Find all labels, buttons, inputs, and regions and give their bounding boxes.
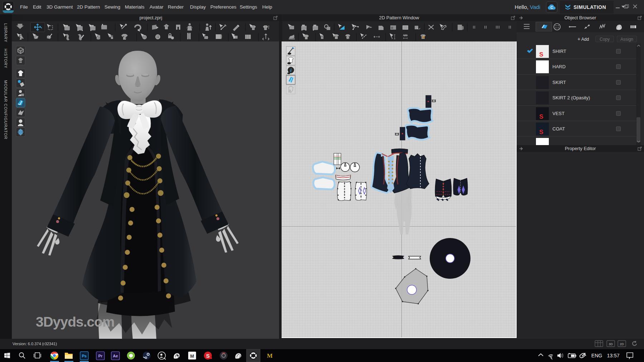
svg-text:M: M [267, 352, 273, 359]
svg-text:C: C [550, 6, 553, 10]
svg-text:S: S [539, 113, 543, 120]
svg-text:3D: 3D [609, 342, 613, 346]
svg-text:M: M [190, 353, 194, 359]
svg-text:Ps: Ps [82, 354, 87, 358]
svg-text:S: S [539, 51, 543, 58]
svg-text:13:57: 13:57 [607, 353, 619, 358]
svg-text:Ae: Ae [113, 354, 118, 358]
svg-text:Pr: Pr [98, 354, 103, 358]
svg-text:i: i [290, 68, 292, 73]
svg-text:S: S [206, 353, 210, 359]
svg-text:S: S [539, 129, 543, 135]
svg-text:3Dyyds.com: 3Dyyds.com [36, 314, 114, 329]
svg-text:ENG: ENG [591, 353, 602, 358]
svg-text:2D: 2D [620, 342, 624, 346]
